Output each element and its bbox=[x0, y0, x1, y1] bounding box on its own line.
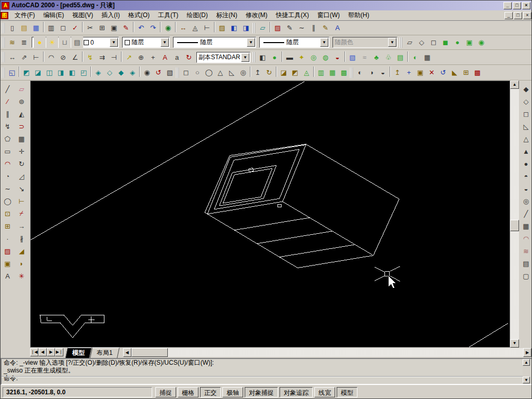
rotate-icon[interactable]: ↻ bbox=[16, 157, 28, 170]
snap-from-icon[interactable]: ◬ bbox=[189, 22, 201, 34]
offset-faces-icon[interactable]: ▣ bbox=[415, 66, 426, 78]
trim-icon[interactable]: ⌿ bbox=[16, 207, 28, 220]
setup-view-icon[interactable]: ▦ bbox=[327, 66, 338, 78]
toolbar-grip[interactable] bbox=[252, 52, 255, 62]
toolbar-grip[interactable] bbox=[350, 68, 353, 78]
interfere-icon[interactable]: ◬ bbox=[301, 66, 312, 78]
move-faces-icon[interactable]: + bbox=[403, 66, 415, 78]
color-faces-icon[interactable]: ▩ bbox=[472, 66, 483, 78]
render-preferences-icon[interactable]: ◐ bbox=[409, 51, 421, 63]
camera-icon[interactable]: ◉ bbox=[141, 66, 153, 78]
menu-draw[interactable]: 绘图(D) bbox=[182, 10, 212, 21]
polygon-icon[interactable]: ⬠ bbox=[2, 132, 14, 145]
top-view-icon[interactable]: ◩ bbox=[21, 66, 32, 78]
nw-isometric-view-icon[interactable]: ◈ bbox=[127, 66, 138, 78]
scenes-icon[interactable]: ▬ bbox=[284, 51, 296, 63]
tab-layout1[interactable]: 布局1 bbox=[90, 348, 119, 358]
scroll-up-icon[interactable]: ▲ bbox=[510, 81, 519, 89]
landscape-library-icon[interactable]: ▤ bbox=[394, 51, 406, 63]
subtract-icon[interactable]: ◑ bbox=[366, 66, 377, 78]
layer-freeze-sun-icon[interactable]: ✳ bbox=[46, 36, 58, 48]
toolbar-grip[interactable] bbox=[2, 52, 5, 62]
toolbar-grip[interactable] bbox=[2, 37, 5, 48]
edit-attribute-icon[interactable]: ✎ bbox=[320, 22, 331, 34]
tab-prev-icon[interactable]: ◀ bbox=[38, 348, 47, 356]
close-button[interactable]: × bbox=[522, 2, 530, 9]
toolbar-grip[interactable] bbox=[400, 37, 402, 48]
toolbar-grip[interactable] bbox=[2, 68, 5, 78]
section-icon[interactable]: ◩ bbox=[289, 66, 301, 78]
multiline-icon[interactable]: ∥ bbox=[2, 108, 14, 120]
ortho-toggle[interactable]: 正交 bbox=[200, 387, 221, 397]
rectangle-icon[interactable]: ▭ bbox=[2, 145, 14, 157]
match-properties-icon[interactable]: ✎ bbox=[120, 22, 132, 34]
surface-dome-icon[interactable]: ◓ bbox=[520, 170, 532, 182]
setup-profile-icon[interactable]: ▩ bbox=[338, 66, 350, 78]
array-icon[interactable]: ▦ bbox=[16, 132, 28, 145]
menu-express[interactable]: 快捷工具(X) bbox=[272, 10, 313, 21]
union-icon[interactable]: ◐ bbox=[354, 66, 366, 78]
print-icon[interactable]: ▥ bbox=[45, 22, 57, 34]
ellipse-icon[interactable]: ◯ bbox=[2, 195, 14, 207]
radius-dimension-icon[interactable]: ◠ bbox=[45, 51, 57, 63]
lengthen-icon[interactable]: ⊢ bbox=[16, 195, 28, 207]
arc-icon[interactable]: ◠ bbox=[2, 157, 14, 170]
copy-object-icon[interactable]: ⊚ bbox=[16, 95, 28, 108]
menu-edit[interactable]: 编辑(E) bbox=[39, 10, 68, 21]
paste-icon[interactable]: ▣ bbox=[108, 22, 120, 34]
multiline-text-icon[interactable]: A bbox=[2, 270, 14, 282]
doc-close-button[interactable]: × bbox=[523, 12, 531, 19]
doc-minimize-button[interactable]: _ bbox=[504, 12, 513, 19]
tab-model[interactable]: 模型 bbox=[65, 348, 91, 358]
toolbar-grip[interactable] bbox=[252, 23, 255, 33]
temporary-track-point-icon[interactable]: ↔ bbox=[177, 22, 189, 34]
surface-dish-icon[interactable]: ◒ bbox=[520, 182, 532, 195]
new-icon[interactable]: ▯ bbox=[6, 22, 18, 34]
lights-icon[interactable]: ✦ bbox=[296, 51, 308, 63]
linear-dimension-icon[interactable]: ↔ bbox=[6, 51, 18, 63]
print-preview-icon[interactable]: ◻ bbox=[57, 22, 69, 34]
color-dropdown-arrow-icon[interactable]: ▼ bbox=[161, 38, 169, 47]
taper-faces-icon[interactable]: ◣ bbox=[449, 66, 460, 78]
layer-on-bulb-icon[interactable]: ● bbox=[34, 36, 46, 48]
chamfer-icon[interactable]: ◢ bbox=[16, 245, 28, 257]
scroll-right-icon[interactable]: ▶ bbox=[523, 348, 531, 357]
named-views-icon[interactable]: ◨ bbox=[240, 22, 252, 34]
command-scroll-up-icon[interactable]: ▲ bbox=[523, 359, 530, 366]
scroll-left-icon[interactable]: ◀ bbox=[123, 348, 131, 357]
erase-icon[interactable]: ▱ bbox=[16, 83, 28, 95]
cut-icon[interactable]: ✂ bbox=[84, 22, 96, 34]
doc-restore-button[interactable]: □ bbox=[514, 12, 522, 19]
gouraud-shaded-edges-icon[interactable]: ◉ bbox=[475, 36, 487, 48]
menu-tools[interactable]: 工具(T) bbox=[154, 10, 182, 21]
flat-shaded-icon[interactable]: ◼ bbox=[440, 36, 451, 48]
model-toggle[interactable]: 模型 bbox=[337, 387, 357, 397]
dimension-edit-icon[interactable]: A bbox=[159, 51, 171, 63]
layer-previous-icon[interactable]: ≣ bbox=[18, 36, 30, 48]
rotate-faces-icon[interactable]: ↺ bbox=[437, 66, 449, 78]
circle-icon[interactable]: ◔ bbox=[2, 170, 14, 182]
horizontal-scroll-track[interactable] bbox=[131, 348, 523, 357]
stretch-icon[interactable]: ↘ bbox=[16, 182, 28, 195]
solid-cone-icon[interactable]: △ bbox=[215, 66, 226, 78]
surface-wedge-icon[interactable]: ◺ bbox=[520, 120, 532, 132]
front-view-icon[interactable]: ◧ bbox=[66, 66, 78, 78]
right-view-icon[interactable]: ◨ bbox=[55, 66, 66, 78]
minimize-button[interactable]: _ bbox=[503, 2, 512, 9]
flat-shaded-edges-icon[interactable]: ▣ bbox=[463, 36, 475, 48]
copy-faces-icon[interactable]: ⊞ bbox=[460, 66, 472, 78]
surface-edge-icon[interactable]: ╱ bbox=[520, 207, 532, 220]
toolbar-grip[interactable] bbox=[2, 23, 5, 33]
spelling-icon[interactable]: ✓ bbox=[69, 22, 81, 34]
3d-wireframe-icon[interactable]: ◇ bbox=[416, 36, 428, 48]
surface-torus-icon[interactable]: ◎ bbox=[520, 195, 532, 207]
sw-isometric-view-icon[interactable]: ◈ bbox=[92, 66, 104, 78]
properties-window-icon[interactable]: ▱ bbox=[257, 22, 269, 34]
statistics-icon[interactable]: ▦ bbox=[421, 51, 433, 63]
horizontal-scroll-thumb[interactable] bbox=[131, 348, 168, 357]
quick-leader-icon[interactable]: ↗ bbox=[123, 51, 135, 63]
vertical-scroll-thumb[interactable] bbox=[510, 220, 519, 231]
setup-drawing-icon[interactable]: ▥ bbox=[315, 66, 327, 78]
solid-sphere-icon[interactable]: ○ bbox=[192, 66, 203, 78]
ne-isometric-view-icon[interactable]: ◆ bbox=[115, 66, 127, 78]
